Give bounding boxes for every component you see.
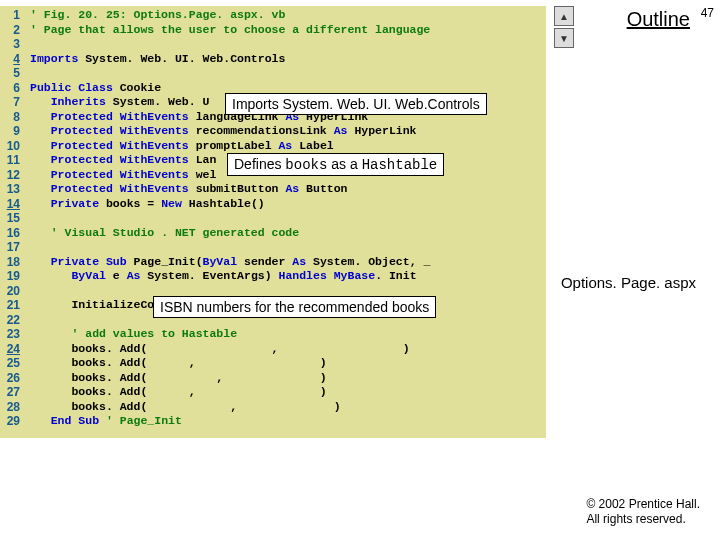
- callout-text: as a: [327, 156, 361, 172]
- line-number: 29: [0, 414, 22, 429]
- line-number: 4: [0, 52, 22, 67]
- line-number: 16: [0, 226, 22, 241]
- page-file-label: Options. Page. aspx: [561, 274, 696, 291]
- code-line: books. Add( , ): [30, 342, 546, 357]
- callout-text: Defines: [234, 156, 285, 172]
- code-line: [30, 211, 546, 226]
- outline-heading: Outline: [627, 8, 690, 31]
- line-number: 7: [0, 95, 22, 110]
- code-line: ByVal e As System. EventArgs) Handles My…: [30, 269, 546, 284]
- code-line: Protected WithEvents recommendationsLink…: [30, 124, 546, 139]
- code-block: 1234567891011121314151617181920212223242…: [0, 6, 546, 438]
- line-number-gutter: 1234567891011121314151617181920212223242…: [0, 6, 22, 438]
- scroll-down-button[interactable]: ▼: [554, 28, 574, 48]
- code-line: [30, 37, 546, 52]
- line-number: 15: [0, 211, 22, 226]
- line-number: 13: [0, 182, 22, 197]
- code-line: ' add values to Hastable: [30, 327, 546, 342]
- line-number: 3: [0, 37, 22, 52]
- line-number: 23: [0, 327, 22, 342]
- code-line: Protected WithEvents promptLabel As Labe…: [30, 139, 546, 154]
- callout-code: Hashtable: [362, 157, 438, 173]
- line-number: 14: [0, 197, 22, 212]
- line-number: 20: [0, 284, 22, 299]
- line-number: 24: [0, 342, 22, 357]
- line-number: 22: [0, 313, 22, 328]
- line-number: 25: [0, 356, 22, 371]
- code-line: Private books = New Hashtable(): [30, 197, 546, 212]
- callout-imports: Imports System. Web. UI. Web.Controls: [225, 93, 487, 115]
- line-number: 27: [0, 385, 22, 400]
- code-line: books. Add( , ): [30, 400, 546, 415]
- callout-hashtable: Defines books as a Hashtable: [227, 153, 444, 176]
- line-number: 9: [0, 124, 22, 139]
- line-number: 18: [0, 255, 22, 270]
- line-number: 21: [0, 298, 22, 313]
- code-line: [30, 240, 546, 255]
- line-number: 5: [0, 66, 22, 81]
- line-number: 6: [0, 81, 22, 96]
- callout-isbn: ISBN numbers for the recommended books: [153, 296, 436, 318]
- line-number: 17: [0, 240, 22, 255]
- code-line: books. Add( , ): [30, 385, 546, 400]
- code-line: books. Add( , ): [30, 371, 546, 386]
- copyright-line1: © 2002 Prentice Hall.: [586, 497, 700, 513]
- line-number: 19: [0, 269, 22, 284]
- line-number: 1: [0, 8, 22, 23]
- line-number: 26: [0, 371, 22, 386]
- scroll-up-button[interactable]: ▲: [554, 6, 574, 26]
- copyright: © 2002 Prentice Hall. All rights reserve…: [586, 497, 700, 528]
- code-line: [30, 66, 546, 81]
- line-number: 28: [0, 400, 22, 415]
- code-line: Private Sub Page_Init(ByVal sender As Sy…: [30, 255, 546, 270]
- code-content: ' Fig. 20. 25: Options.Page. aspx. vb' P…: [22, 6, 546, 438]
- callout-code: books: [285, 157, 327, 173]
- code-line: books. Add( , ): [30, 356, 546, 371]
- code-line: End Sub ' Page_Init: [30, 414, 546, 429]
- line-number: 11: [0, 153, 22, 168]
- line-number: 12: [0, 168, 22, 183]
- copyright-line2: All rights reserved.: [586, 512, 700, 528]
- code-line: Imports System. Web. UI. Web.Controls: [30, 52, 546, 67]
- code-line: ' Visual Studio . NET generated code: [30, 226, 546, 241]
- code-line: ' Page that allows the user to choose a …: [30, 23, 546, 38]
- line-number: 8: [0, 110, 22, 125]
- code-line: Protected WithEvents submitButton As But…: [30, 182, 546, 197]
- line-number: 10: [0, 139, 22, 154]
- slide-number: 47: [701, 6, 714, 20]
- code-line: ' Fig. 20. 25: Options.Page. aspx. vb: [30, 8, 546, 23]
- line-number: 2: [0, 23, 22, 38]
